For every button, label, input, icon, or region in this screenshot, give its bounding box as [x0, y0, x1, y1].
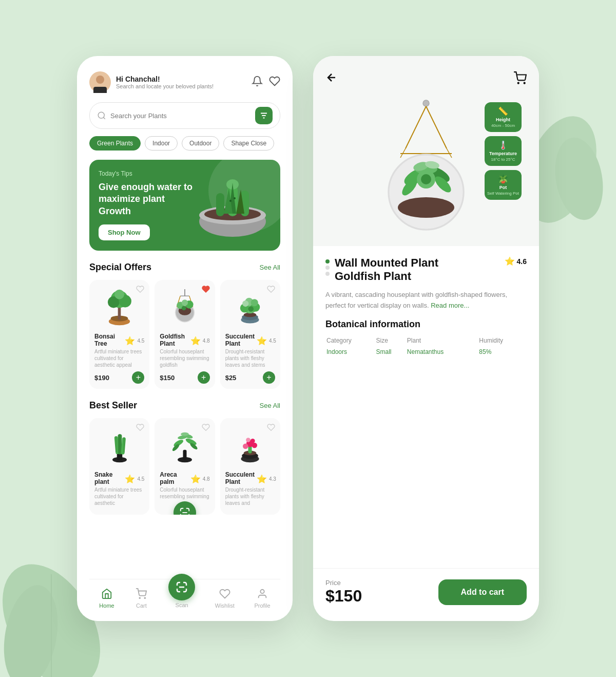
detail-header: Wall Mounted Plant Goldfish Plant ⭐ 4.6: [325, 256, 527, 284]
price-label: Price: [325, 579, 362, 587]
nav-cart[interactable]: Cart: [134, 587, 148, 609]
best-seller-see-all[interactable]: See All: [260, 402, 280, 409]
product-card-succulent2: Succulent Plant ⭐ 4.3 Drought-resistant …: [220, 418, 280, 515]
search-bar[interactable]: [89, 102, 280, 129]
profile-nav-icon: [255, 587, 270, 601]
nav-scan[interactable]: Scan: [168, 587, 195, 608]
succulent2-image: [225, 423, 275, 467]
height-label: Height: [496, 117, 510, 122]
nav-wishlist-label: Wishlist: [215, 603, 235, 609]
snake-rating: 4.5: [137, 476, 144, 482]
nav-home[interactable]: Home: [99, 587, 114, 609]
heart-areca-icon[interactable]: [202, 423, 210, 434]
nav-cart-label: Cart: [136, 603, 147, 609]
bonsai-add-button[interactable]: +: [132, 371, 144, 384]
search-icon: [97, 111, 106, 120]
read-more-link[interactable]: Read more...: [431, 302, 469, 309]
svg-rect-7: [93, 87, 107, 93]
val-humidity: 85%: [479, 348, 526, 355]
product-card-bonsai: Bonsai Tree ⭐ 4.5 Artful miniature trees…: [89, 280, 149, 389]
temperature-icon: 🌡️: [498, 140, 508, 150]
filter-button[interactable]: [255, 107, 273, 124]
succulent2-desc: Drought-resistant plants with fleshy lea…: [225, 486, 275, 506]
header-icons: [252, 76, 280, 89]
add-to-cart-button[interactable]: Add to cart: [438, 579, 527, 605]
svg-point-52: [248, 306, 254, 312]
dot-active: [325, 259, 330, 264]
succulent-add-button[interactable]: +: [263, 371, 275, 384]
category-indoor[interactable]: Indoor: [145, 136, 178, 151]
col-category: Category: [326, 337, 375, 347]
category-green-plants[interactable]: Green Plants: [89, 136, 141, 151]
special-offers-see-all[interactable]: See All: [260, 264, 280, 271]
pot-label: Pot: [499, 185, 507, 190]
star-icon: ⭐: [505, 256, 515, 266]
category-shape-close[interactable]: Shape Close: [223, 136, 274, 151]
notification-icon[interactable]: [252, 76, 263, 89]
nav-profile[interactable]: Profile: [254, 587, 270, 609]
svg-point-80: [140, 597, 141, 598]
val-size: Small: [376, 348, 406, 355]
heart-empty-icon2[interactable]: [267, 285, 275, 295]
temperature-label: Temperature: [489, 151, 517, 156]
detail-rating-value: 4.6: [517, 257, 527, 266]
detail-dots: [325, 259, 330, 276]
succulent-price: $25: [225, 374, 237, 382]
special-offers-header: Special Offers See All: [89, 262, 280, 273]
phone2: 📏 Height 40cm - 50cm 🌡️ Temperature 18°C…: [313, 56, 539, 621]
temperature-badge: 🌡️ Temperature 18°C to 25°C: [485, 136, 522, 166]
svg-point-31: [114, 290, 124, 299]
nav-scan-label: Scan: [176, 602, 188, 608]
botanical-section: Botanical information Category Size Plan…: [325, 319, 527, 356]
svg-line-88: [406, 106, 426, 148]
header-left: Hi Chanchal! Search and locate your belo…: [89, 71, 214, 93]
val-plant: Nematanthus: [407, 348, 478, 355]
tips-plant-image: [185, 160, 280, 245]
phone2-content: Wall Mounted Plant Goldfish Plant ⭐ 4.6 …: [313, 246, 539, 568]
header: Hi Chanchal! Search and locate your belo…: [89, 71, 280, 93]
succulent2-rating: 4.3: [269, 476, 276, 482]
succulent-footer: $25 +: [225, 371, 275, 384]
back-button[interactable]: [325, 71, 338, 87]
nav-wishlist[interactable]: Wishlist: [215, 587, 235, 609]
tips-content: Today's Tips Give enough water to maximi…: [99, 170, 194, 240]
price-value: $150: [325, 587, 362, 606]
cart-detail-button[interactable]: [513, 71, 527, 87]
svg-point-51: [242, 300, 248, 307]
best-seller-header: Best Seller See All: [89, 400, 280, 411]
svg-point-104: [421, 174, 431, 184]
svg-point-81: [145, 597, 146, 598]
search-input[interactable]: [110, 112, 251, 120]
bottom-nav: Home Cart S: [89, 579, 280, 621]
heart-succulent2-icon[interactable]: [267, 423, 275, 434]
category-outdoor[interactable]: Outdoor: [182, 136, 219, 151]
svg-point-6: [96, 76, 104, 84]
main-container: Hi Chanchal! Search and locate your belo…: [56, 25, 560, 652]
greeting-text: Hi Chanchal! Search and locate your belo…: [116, 75, 214, 89]
goldfish-price: $150: [160, 374, 175, 382]
tips-label: Today's Tips: [99, 170, 194, 177]
shop-now-button[interactable]: Shop Now: [99, 224, 150, 240]
scan-center-btn[interactable]: [174, 501, 196, 515]
best-seller-row: Snake plant ⭐ 4.5 Artful miniature trees…: [89, 418, 280, 515]
svg-point-41: [182, 299, 188, 306]
pot-icon: 🪴: [498, 174, 508, 184]
svg-point-67: [181, 432, 189, 436]
wishlist-header-icon[interactable]: [269, 76, 280, 89]
heart-empty-icon[interactable]: [136, 285, 144, 295]
plant-detail-image: 📏 Height 40cm - 50cm 🌡️ Temperature 18°C…: [325, 92, 527, 246]
heart-snake-icon[interactable]: [136, 423, 144, 434]
svg-point-95: [398, 197, 454, 218]
goldfish-add-button[interactable]: +: [198, 371, 210, 384]
detail-title-line1: Wall Mounted Plant: [335, 256, 438, 269]
scan-icon: [176, 581, 188, 593]
heart-filled-icon[interactable]: [202, 285, 210, 295]
wishlist-nav-icon: [218, 587, 232, 601]
areca-rating: 4.8: [203, 476, 210, 482]
pot-badge: 🪴 Pot Self Watering Pot: [485, 170, 522, 200]
scan-nav-button[interactable]: [168, 574, 195, 600]
cart-nav-icon: [134, 587, 148, 601]
svg-point-76: [243, 443, 248, 449]
col-size: Size: [376, 337, 406, 347]
botanical-title: Botanical information: [325, 319, 527, 330]
